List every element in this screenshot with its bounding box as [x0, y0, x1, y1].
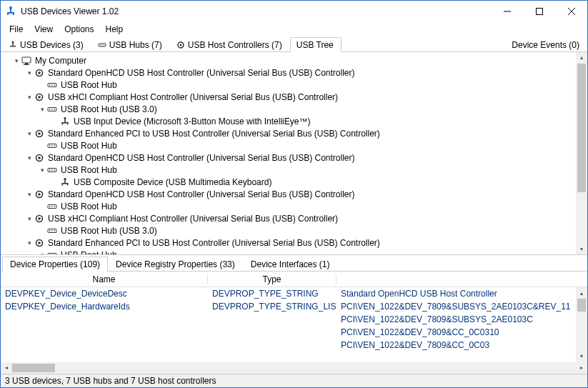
tree-expander[interactable]: ▾ — [38, 252, 46, 254]
tree-expander[interactable]: ▾ — [25, 215, 34, 222]
tree-row[interactable]: ▾Standard Enhanced PCI to USB Host Contr… — [4, 237, 587, 249]
tab-device-events[interactable]: Device Events (0) — [505, 37, 587, 52]
tree-expander[interactable]: ▾ — [25, 239, 34, 247]
scrollbar-thumb[interactable] — [12, 364, 55, 372]
tab-device-properties[interactable]: Device Properties (109) — [2, 257, 108, 272]
table-row[interactable]: DEVPKEY_Device_DeviceDescDEVPROP_TYPE_ST… — [1, 287, 587, 300]
scrollbar-thumb[interactable] — [577, 299, 586, 312]
tab-usb-hubs[interactable]: USB Hubs (7) — [91, 37, 170, 52]
svg-rect-18 — [22, 57, 31, 63]
tree-expander[interactable]: ▾ — [25, 69, 34, 76]
tree-label: USB Root Hub (USB 3.0) — [59, 104, 157, 114]
tree-expander[interactable]: ▾ — [38, 106, 46, 113]
minimize-button[interactable] — [491, 1, 523, 22]
tree-label: USB xHCI Compliant Host Controller (Univ… — [46, 92, 338, 102]
tree-row[interactable]: USB Input Device (Microsoft 3-Button Mou… — [4, 116, 587, 128]
scroll-down-arrow[interactable]: ▾ — [576, 351, 587, 362]
svg-rect-54 — [67, 184, 69, 186]
tab-registry-properties[interactable]: Device Registry Properties (33) — [108, 257, 243, 272]
menu-help[interactable]: Help — [100, 23, 129, 36]
table-row[interactable]: PCI\VEN_1022&DEV_7809&CC_0C0310 — [1, 326, 587, 339]
tree-label: USB Root Hub — [59, 202, 117, 212]
tree-row[interactable]: ▾USB Root Hub (USB 3.0) — [4, 104, 587, 116]
table-horizontal-scrollbar[interactable]: ◂ ▸ — [1, 362, 587, 374]
close-button[interactable] — [555, 1, 587, 22]
hub-icon — [98, 41, 106, 49]
hub-icon — [46, 202, 58, 212]
tree-expander[interactable]: ▾ — [25, 154, 34, 161]
header-type[interactable]: Type — [208, 274, 337, 284]
tree-view[interactable]: ▾My Computer▾Standard OpenHCD USB Host C… — [1, 52, 587, 254]
menu-options[interactable]: Options — [59, 23, 99, 36]
svg-point-39 — [38, 133, 41, 136]
vertical-scrollbar[interactable]: ▴ ▾ — [576, 52, 587, 254]
tree-row[interactable]: USB Composite Device (USB Multimedia Key… — [4, 176, 587, 189]
computer-icon — [21, 56, 32, 66]
scroll-up-arrow[interactable]: ▴ — [576, 287, 587, 299]
tree-row[interactable]: ▾Standard OpenHCD USB Host Controller (U… — [4, 67, 587, 79]
scroll-down-arrow[interactable]: ▾ — [576, 243, 587, 254]
hub-icon — [46, 141, 58, 151]
table-row[interactable]: PCI\VEN_1022&DEV_7809&CC_0C03 — [1, 339, 587, 352]
tree-label: Standard Enhanced PCI to USB Host Contro… — [46, 238, 380, 248]
table-vertical-scrollbar[interactable]: ▴ ▾ — [576, 287, 587, 362]
scroll-left-arrow[interactable]: ◂ — [1, 364, 12, 371]
usb-icon — [59, 177, 71, 187]
tree-expander[interactable]: ▾ — [12, 57, 21, 64]
tree-row[interactable]: USB Root Hub — [4, 201, 587, 213]
header-name[interactable]: Name — [1, 274, 208, 284]
svg-rect-51 — [64, 179, 66, 184]
gear-icon — [34, 153, 45, 163]
table-row[interactable]: PCI\VEN_1022&DEV_7809&SUBSYS_2AE0103C — [1, 313, 587, 326]
tree-label: Standard OpenHCD USB Host Controller (Un… — [46, 153, 354, 163]
gear-icon — [34, 68, 45, 78]
svg-rect-42 — [51, 146, 52, 147]
tab-label: USB Tree — [297, 40, 334, 50]
svg-rect-60 — [54, 207, 55, 208]
svg-rect-6 — [536, 9, 542, 15]
tree-row[interactable]: ▾USB Root Hub — [4, 164, 587, 176]
svg-rect-64 — [49, 231, 50, 232]
tree-label: USB xHCI Compliant Host Controller (Univ… — [46, 214, 338, 224]
scroll-right-arrow[interactable]: ▸ — [576, 364, 587, 371]
tree-row[interactable]: USB Root Hub — [4, 79, 587, 91]
scroll-up-arrow[interactable]: ▴ — [576, 52, 587, 64]
svg-rect-48 — [51, 170, 52, 171]
tab-device-interfaces[interactable]: Device Interfaces (1) — [243, 257, 338, 272]
app-icon — [5, 6, 16, 17]
tree-expander[interactable]: ▾ — [25, 130, 34, 137]
maximize-button[interactable] — [523, 1, 555, 22]
gear-icon — [34, 129, 45, 139]
menu-file[interactable]: File — [4, 23, 29, 36]
tree-label: USB Root Hub — [59, 80, 117, 90]
tab-usb-tree[interactable]: USB Tree — [290, 37, 342, 52]
tab-label: Device Properties (109) — [10, 259, 100, 269]
property-table[interactable]: Name Type DEVPKEY_Device_DeviceDescDEVPR… — [1, 272, 587, 362]
tree-row[interactable]: ▾Standard Enhanced PCI to USB Host Contr… — [4, 128, 587, 140]
usb-icon — [9, 41, 17, 49]
tab-label: USB Devices (3) — [20, 40, 84, 50]
tree-row[interactable]: ▾USB xHCI Compliant Host Controller (Uni… — [4, 213, 587, 225]
tree-row[interactable]: ▾USB xHCI Compliant Host Controller (Uni… — [4, 91, 587, 104]
tree-label: USB Root Hub — [59, 250, 117, 254]
tree-row[interactable]: ▾Standard OpenHCD USB Host Controller (U… — [4, 189, 587, 201]
table-row[interactable]: DEVPKEY_Device_HardwareIdsDEVPROP_TYPE_S… — [1, 300, 587, 313]
tree-expander[interactable]: ▾ — [38, 166, 46, 174]
tree-row[interactable]: USB Root Hub — [4, 140, 587, 152]
menu-view[interactable]: View — [29, 23, 59, 36]
tree-row[interactable]: ▾Standard OpenHCD USB Host Controller (U… — [4, 152, 587, 164]
scrollbar-thumb[interactable] — [577, 64, 586, 192]
tree-expander[interactable]: ▾ — [25, 94, 34, 101]
tree-expander[interactable]: ▾ — [25, 191, 34, 198]
gear-icon — [34, 189, 45, 199]
tree-row[interactable]: USB Root Hub (USB 3.0) — [4, 225, 587, 237]
svg-point-56 — [38, 194, 41, 197]
svg-rect-20 — [24, 64, 29, 65]
tree-row[interactable]: ▾My Computer — [4, 55, 587, 67]
tree-label: USB Root Hub — [59, 141, 117, 151]
tab-usb-devices[interactable]: USB Devices (3) — [2, 37, 91, 52]
svg-rect-34 — [64, 119, 66, 123]
tree-row[interactable]: ▾USB Root Hub — [4, 249, 587, 254]
cell-value: PCI\VEN_1022&DEV_7809&CC_0C03 — [337, 340, 587, 350]
tab-host-controllers[interactable]: USB Host Controllers (7) — [170, 37, 290, 52]
